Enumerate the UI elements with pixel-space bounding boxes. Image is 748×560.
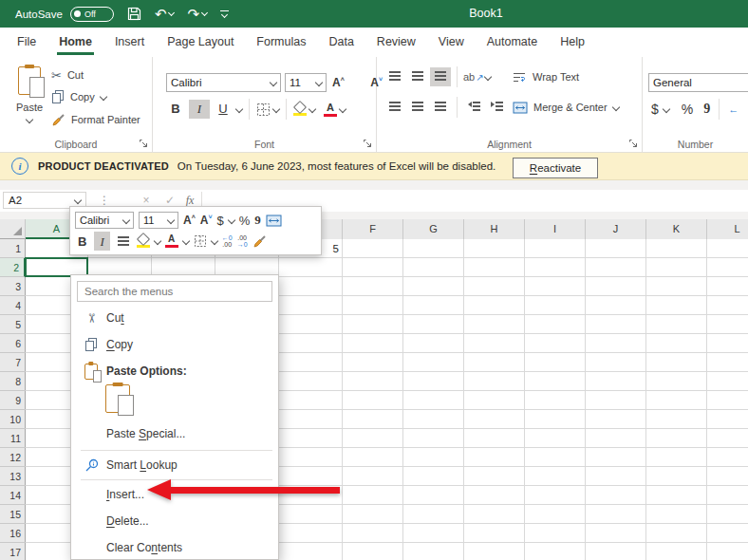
paste-dropdown-icon[interactable]	[26, 116, 33, 123]
mini-center-icon[interactable]	[118, 236, 129, 238]
align-center-button[interactable]	[407, 98, 428, 117]
tab-page-layout[interactable]: Page Layout	[156, 28, 245, 57]
tab-review[interactable]: Review	[365, 28, 427, 57]
row-header-9[interactable]: 9	[0, 391, 26, 410]
mini-font-size-combo[interactable]: 11	[139, 212, 178, 229]
tab-home[interactable]: Home	[47, 28, 103, 57]
row-header-16[interactable]: 16	[0, 524, 26, 543]
alignment-dialog-launcher-icon[interactable]	[628, 139, 638, 148]
tab-insert[interactable]: Insert	[103, 28, 156, 57]
mini-currency-dropdown-icon[interactable]	[228, 216, 235, 224]
menu-item-insert[interactable]: Insert...	[72, 481, 277, 508]
cut-button[interactable]: ✂ Cut	[51, 66, 84, 84]
borders-dropdown-icon[interactable]	[272, 105, 280, 113]
row-header-10[interactable]: 10	[0, 410, 26, 429]
row-header-5[interactable]: 5	[0, 315, 26, 334]
mini-format-painter-icon[interactable]	[252, 234, 267, 248]
increase-indent-button[interactable]	[486, 98, 507, 117]
redo-dropdown-icon[interactable]	[201, 9, 208, 16]
mini-decrease-decimal-button[interactable]: .00→0	[237, 234, 248, 249]
orientation-button[interactable]: ab ↗	[463, 71, 491, 83]
row-header-8[interactable]: 8	[0, 372, 26, 391]
format-painter-button[interactable]: Format Painter	[51, 111, 140, 128]
decrease-indent-button[interactable]	[463, 98, 484, 117]
mini-borders-dropdown-icon[interactable]	[210, 237, 217, 245]
middle-align-button[interactable]	[407, 67, 428, 86]
autosave-toggle[interactable]: Off	[70, 7, 114, 22]
bottom-align-button[interactable]	[430, 67, 451, 86]
column-header-F[interactable]: F	[343, 219, 403, 239]
bold-button[interactable]: B	[165, 100, 186, 119]
mini-comma-button[interactable]: 9	[254, 213, 261, 228]
increase-font-size-button[interactable]: A˄	[332, 76, 345, 89]
fill-color-dropdown-icon[interactable]	[309, 105, 316, 113]
menu-item-delete[interactable]: Delete...	[72, 508, 277, 534]
mini-increase-font-button[interactable]: A˄	[183, 214, 196, 227]
font-color-dropdown-icon[interactable]	[339, 105, 346, 113]
save-button[interactable]	[127, 7, 141, 21]
mini-font-name-combo[interactable]: Calibri	[75, 212, 134, 229]
tab-view[interactable]: View	[427, 28, 476, 57]
mini-currency-button[interactable]: $	[217, 214, 224, 228]
name-box-dropdown-icon[interactable]	[74, 196, 82, 204]
percent-style-button[interactable]: %	[682, 102, 693, 117]
underline-dropdown-icon[interactable]	[235, 105, 243, 113]
mini-borders-icon[interactable]	[194, 234, 207, 248]
row-header-14[interactable]: 14	[0, 486, 26, 505]
row-header-12[interactable]: 12	[0, 448, 26, 467]
customize-quick-access-button[interactable]	[220, 10, 229, 17]
tab-automate[interactable]: Automate	[476, 28, 550, 57]
menu-item-copy[interactable]: Copy	[72, 331, 277, 358]
column-header-G[interactable]: G	[403, 219, 464, 239]
column-header-H[interactable]: H	[464, 219, 525, 239]
decimal-button-clipped[interactable]: ←	[728, 103, 739, 115]
row-header-2[interactable]: 2	[0, 258, 26, 277]
mini-increase-decimal-button[interactable]: ←0.00	[222, 234, 233, 249]
underline-button[interactable]: U	[213, 100, 234, 119]
row-header-15[interactable]: 15	[0, 505, 26, 524]
number-format-combo[interactable]: General	[648, 73, 748, 92]
tab-file[interactable]: File	[6, 28, 47, 57]
redo-button[interactable]: ↷	[187, 7, 207, 21]
align-left-button[interactable]	[384, 98, 405, 117]
row-header-17[interactable]: 17	[0, 543, 26, 560]
select-all-corner[interactable]	[0, 219, 26, 239]
top-align-button[interactable]	[384, 67, 405, 86]
mini-font-color-dropdown-icon[interactable]	[181, 237, 189, 245]
mini-fill-color-button[interactable]	[137, 234, 150, 248]
tab-data[interactable]: Data	[317, 28, 365, 57]
orientation-dropdown-icon[interactable]	[483, 73, 491, 81]
merge-center-button[interactable]: Merge & Center	[513, 99, 619, 116]
font-size-combo[interactable]: 11	[285, 73, 327, 92]
font-name-combo[interactable]: Calibri	[166, 73, 281, 92]
menu-item-smart-lookup[interactable]: Smart Lookup	[72, 452, 277, 478]
paste-option-button[interactable]	[105, 384, 130, 413]
paste-button[interactable]: Paste	[9, 63, 49, 122]
copy-dropdown-icon[interactable]	[99, 93, 106, 101]
mini-fill-dropdown-icon[interactable]	[153, 237, 160, 245]
row-header-1[interactable]: 1	[0, 239, 26, 258]
column-header-L[interactable]: L	[707, 219, 748, 239]
row-header-7[interactable]: 7	[0, 353, 26, 372]
undo-dropdown-icon[interactable]	[168, 9, 175, 16]
merge-center-dropdown-icon[interactable]	[611, 103, 619, 111]
row-header-6[interactable]: 6	[0, 334, 26, 353]
undo-button[interactable]: ↶	[155, 7, 175, 21]
comma-style-button[interactable]: 9	[703, 102, 710, 117]
copy-button[interactable]: Copy	[51, 88, 106, 105]
tab-formulas[interactable]: Formulas	[245, 28, 317, 57]
mini-bold-button[interactable]: B	[75, 234, 89, 249]
column-header-K[interactable]: K	[646, 219, 707, 239]
menu-item-clear-contents[interactable]: Clear Contents	[72, 534, 277, 560]
wrap-text-button[interactable]: Wrap Text	[513, 68, 579, 85]
row-header-3[interactable]: 3	[0, 277, 26, 296]
mini-font-color-button[interactable]: A	[165, 234, 178, 248]
mini-percent-button[interactable]: %	[239, 214, 251, 228]
currency-button[interactable]: $	[651, 102, 659, 117]
italic-button[interactable]: I	[189, 100, 210, 119]
borders-icon[interactable]	[256, 103, 271, 117]
menu-item-paste-special[interactable]: Paste Special...	[72, 420, 277, 447]
row-header-4[interactable]: 4	[0, 296, 26, 315]
row-header-13[interactable]: 13	[0, 467, 26, 486]
align-right-button[interactable]	[430, 98, 451, 117]
